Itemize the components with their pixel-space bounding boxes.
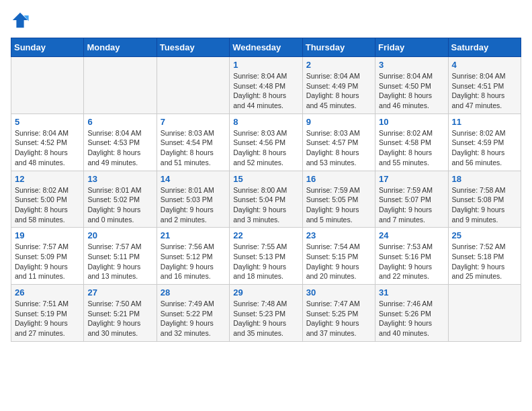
day-number: 1 xyxy=(233,60,298,70)
day-info: Sunrise: 8:01 AM Sunset: 5:02 PM Dayligh… xyxy=(87,185,152,225)
day-info: Sunrise: 8:02 AM Sunset: 4:58 PM Dayligh… xyxy=(379,128,444,168)
day-number: 23 xyxy=(306,230,371,240)
col-header-sunday: Sunday xyxy=(11,38,84,57)
calendar-cell: 22Sunrise: 7:55 AM Sunset: 5:13 PM Dayli… xyxy=(230,228,302,285)
day-number: 27 xyxy=(87,287,152,298)
calendar-cell: 31Sunrise: 7:46 AM Sunset: 5:26 PM Dayli… xyxy=(375,285,448,342)
day-number: 12 xyxy=(15,174,80,184)
day-info: Sunrise: 8:02 AM Sunset: 4:59 PM Dayligh… xyxy=(452,128,517,168)
calendar-cell xyxy=(448,285,521,342)
day-number: 17 xyxy=(379,174,444,184)
day-number: 9 xyxy=(306,117,371,127)
calendar-cell: 28Sunrise: 7:49 AM Sunset: 5:22 PM Dayli… xyxy=(157,285,229,342)
day-number: 28 xyxy=(161,287,226,298)
calendar-cell: 29Sunrise: 7:48 AM Sunset: 5:23 PM Dayli… xyxy=(230,285,302,342)
day-info: Sunrise: 8:04 AM Sunset: 4:48 PM Dayligh… xyxy=(233,71,298,111)
day-number: 26 xyxy=(15,287,80,298)
col-header-tuesday: Tuesday xyxy=(157,38,229,57)
calendar-cell xyxy=(84,57,157,114)
day-number: 21 xyxy=(161,230,226,240)
day-info: Sunrise: 8:04 AM Sunset: 4:49 PM Dayligh… xyxy=(306,71,371,111)
calendar-cell: 14Sunrise: 8:01 AM Sunset: 5:03 PM Dayli… xyxy=(157,171,229,228)
calendar-cell: 9Sunrise: 8:03 AM Sunset: 4:57 PM Daylig… xyxy=(302,113,375,171)
day-info: Sunrise: 8:03 AM Sunset: 4:57 PM Dayligh… xyxy=(306,128,371,168)
logo xyxy=(11,11,32,30)
day-info: Sunrise: 7:46 AM Sunset: 5:26 PM Dayligh… xyxy=(379,299,444,338)
calendar-cell: 18Sunrise: 7:58 AM Sunset: 5:08 PM Dayli… xyxy=(448,171,521,228)
day-number: 19 xyxy=(15,230,80,240)
day-info: Sunrise: 7:59 AM Sunset: 5:05 PM Dayligh… xyxy=(306,185,371,225)
calendar-cell: 3Sunrise: 8:04 AM Sunset: 4:50 PM Daylig… xyxy=(375,57,448,114)
calendar-cell: 27Sunrise: 7:50 AM Sunset: 5:21 PM Dayli… xyxy=(84,285,157,342)
calendar-cell: 24Sunrise: 7:53 AM Sunset: 5:16 PM Dayli… xyxy=(375,228,448,285)
day-number: 15 xyxy=(233,174,298,184)
day-info: Sunrise: 7:57 AM Sunset: 5:11 PM Dayligh… xyxy=(87,242,152,281)
calendar-cell: 16Sunrise: 7:59 AM Sunset: 5:05 PM Dayli… xyxy=(302,171,375,228)
col-header-saturday: Saturday xyxy=(448,38,521,57)
day-info: Sunrise: 7:55 AM Sunset: 5:13 PM Dayligh… xyxy=(233,242,298,281)
calendar-cell: 20Sunrise: 7:57 AM Sunset: 5:11 PM Dayli… xyxy=(84,228,157,285)
calendar-cell xyxy=(11,57,84,114)
day-info: Sunrise: 8:03 AM Sunset: 4:56 PM Dayligh… xyxy=(233,128,298,168)
day-number: 31 xyxy=(379,287,444,298)
day-number: 8 xyxy=(233,117,298,127)
calendar-cell: 21Sunrise: 7:56 AM Sunset: 5:12 PM Dayli… xyxy=(157,228,229,285)
day-info: Sunrise: 7:52 AM Sunset: 5:18 PM Dayligh… xyxy=(452,242,517,281)
calendar-cell: 2Sunrise: 8:04 AM Sunset: 4:49 PM Daylig… xyxy=(302,57,375,114)
calendar-cell: 11Sunrise: 8:02 AM Sunset: 4:59 PM Dayli… xyxy=(448,113,521,171)
day-number: 5 xyxy=(15,117,80,127)
day-info: Sunrise: 7:54 AM Sunset: 5:15 PM Dayligh… xyxy=(306,242,371,281)
day-number: 7 xyxy=(161,117,226,127)
calendar-table: SundayMondayTuesdayWednesdayThursdayFrid… xyxy=(11,38,521,342)
day-number: 18 xyxy=(452,174,517,184)
day-info: Sunrise: 8:02 AM Sunset: 5:00 PM Dayligh… xyxy=(15,185,80,225)
day-number: 25 xyxy=(452,230,517,240)
col-header-wednesday: Wednesday xyxy=(230,38,302,57)
day-number: 24 xyxy=(379,230,444,240)
day-info: Sunrise: 8:04 AM Sunset: 4:52 PM Dayligh… xyxy=(15,128,80,168)
day-info: Sunrise: 7:58 AM Sunset: 5:08 PM Dayligh… xyxy=(452,185,517,225)
day-info: Sunrise: 8:00 AM Sunset: 5:04 PM Dayligh… xyxy=(233,185,298,225)
day-info: Sunrise: 7:49 AM Sunset: 5:22 PM Dayligh… xyxy=(161,299,226,338)
calendar-cell: 7Sunrise: 8:03 AM Sunset: 4:54 PM Daylig… xyxy=(157,113,229,171)
day-info: Sunrise: 7:47 AM Sunset: 5:25 PM Dayligh… xyxy=(306,299,371,338)
calendar-cell: 12Sunrise: 8:02 AM Sunset: 5:00 PM Dayli… xyxy=(11,171,84,228)
day-info: Sunrise: 7:53 AM Sunset: 5:16 PM Dayligh… xyxy=(379,242,444,281)
day-info: Sunrise: 8:04 AM Sunset: 4:50 PM Dayligh… xyxy=(379,71,444,111)
calendar-cell: 10Sunrise: 8:02 AM Sunset: 4:58 PM Dayli… xyxy=(375,113,448,171)
calendar-cell: 30Sunrise: 7:47 AM Sunset: 5:25 PM Dayli… xyxy=(302,285,375,342)
col-header-thursday: Thursday xyxy=(302,38,375,57)
col-header-friday: Friday xyxy=(375,38,448,57)
calendar-cell: 5Sunrise: 8:04 AM Sunset: 4:52 PM Daylig… xyxy=(11,113,84,171)
calendar-cell: 26Sunrise: 7:51 AM Sunset: 5:19 PM Dayli… xyxy=(11,285,84,342)
col-header-monday: Monday xyxy=(84,38,157,57)
day-info: Sunrise: 7:48 AM Sunset: 5:23 PM Dayligh… xyxy=(233,299,298,338)
day-number: 16 xyxy=(306,174,371,184)
day-number: 11 xyxy=(452,117,517,127)
calendar-cell: 8Sunrise: 8:03 AM Sunset: 4:56 PM Daylig… xyxy=(230,113,302,171)
calendar-cell: 17Sunrise: 7:59 AM Sunset: 5:07 PM Dayli… xyxy=(375,171,448,228)
calendar-cell: 6Sunrise: 8:04 AM Sunset: 4:53 PM Daylig… xyxy=(84,113,157,171)
day-number: 6 xyxy=(87,117,152,127)
calendar-cell: 1Sunrise: 8:04 AM Sunset: 4:48 PM Daylig… xyxy=(230,57,302,114)
calendar-cell: 19Sunrise: 7:57 AM Sunset: 5:09 PM Dayli… xyxy=(11,228,84,285)
day-number: 10 xyxy=(379,117,444,127)
calendar-cell: 4Sunrise: 8:04 AM Sunset: 4:51 PM Daylig… xyxy=(448,57,521,114)
day-number: 2 xyxy=(306,60,371,70)
calendar-cell: 15Sunrise: 8:00 AM Sunset: 5:04 PM Dayli… xyxy=(230,171,302,228)
logo-icon xyxy=(11,11,30,30)
day-info: Sunrise: 7:59 AM Sunset: 5:07 PM Dayligh… xyxy=(379,185,444,225)
day-info: Sunrise: 7:50 AM Sunset: 5:21 PM Dayligh… xyxy=(87,299,152,338)
day-number: 3 xyxy=(379,60,444,70)
day-info: Sunrise: 8:04 AM Sunset: 4:53 PM Dayligh… xyxy=(87,128,152,168)
day-info: Sunrise: 8:03 AM Sunset: 4:54 PM Dayligh… xyxy=(161,128,226,168)
day-number: 13 xyxy=(87,174,152,184)
day-number: 4 xyxy=(452,60,517,70)
day-info: Sunrise: 7:56 AM Sunset: 5:12 PM Dayligh… xyxy=(161,242,226,281)
day-number: 22 xyxy=(233,230,298,240)
day-number: 29 xyxy=(233,287,298,298)
calendar-cell: 13Sunrise: 8:01 AM Sunset: 5:02 PM Dayli… xyxy=(84,171,157,228)
day-info: Sunrise: 7:51 AM Sunset: 5:19 PM Dayligh… xyxy=(15,299,80,338)
day-number: 20 xyxy=(87,230,152,240)
calendar-cell: 25Sunrise: 7:52 AM Sunset: 5:18 PM Dayli… xyxy=(448,228,521,285)
